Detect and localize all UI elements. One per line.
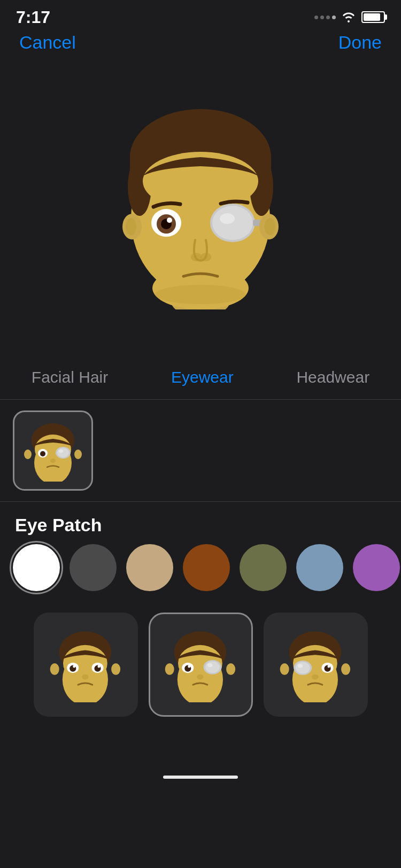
svg-point-45 [50, 663, 59, 675]
tab-eyewear[interactable]: Eyewear [166, 366, 239, 389]
svg-point-70 [341, 663, 350, 675]
tab-facial-hair[interactable]: Facial Hair [26, 366, 113, 389]
svg-point-12 [167, 218, 172, 223]
svg-point-19 [200, 253, 211, 261]
style-item-patch-left[interactable] [149, 613, 253, 717]
svg-point-33 [24, 449, 32, 459]
svg-point-43 [98, 665, 101, 668]
color-swatch-tan[interactable] [126, 544, 173, 591]
svg-point-17 [220, 213, 235, 224]
battery-icon [361, 11, 385, 23]
status-time: 7:17 [16, 7, 50, 27]
svg-point-3 [155, 285, 246, 304]
small-memoji-patch-left [163, 627, 238, 702]
style-row [0, 604, 401, 725]
svg-point-52 [188, 665, 190, 668]
status-bar: 7:17 [0, 0, 401, 27]
color-swatch-olive[interactable] [240, 544, 287, 591]
svg-point-40 [73, 665, 75, 668]
svg-point-54 [205, 661, 220, 673]
svg-point-46 [111, 663, 120, 675]
small-memoji-none [48, 627, 123, 702]
color-swatch-steel-blue[interactable] [296, 544, 343, 591]
wifi-icon [341, 11, 356, 23]
svg-point-30 [57, 448, 69, 458]
style-item-patch-right[interactable] [264, 613, 368, 717]
color-swatch-white[interactable] [13, 544, 60, 591]
svg-point-67 [328, 665, 330, 668]
style-item-none[interactable] [34, 613, 138, 717]
category-tabs: Facial Hair Eyewear Headwear [0, 358, 401, 400]
memoji-avatar [115, 106, 286, 309]
svg-point-34 [74, 449, 82, 459]
svg-point-28 [40, 451, 45, 456]
avatar-area [0, 58, 401, 358]
color-swatch-purple[interactable] [353, 544, 400, 591]
svg-point-63 [296, 662, 310, 673]
svg-point-18 [191, 253, 202, 261]
done-button[interactable]: Done [338, 32, 382, 53]
svg-point-68 [312, 674, 318, 679]
selection-item-patch[interactable] [13, 410, 93, 491]
svg-point-32 [50, 459, 56, 463]
small-memoji-patch-right [278, 627, 353, 702]
svg-point-69 [280, 663, 289, 675]
svg-point-21 [126, 218, 136, 235]
eyewear-selection-row [0, 400, 401, 502]
svg-point-31 [59, 449, 63, 453]
svg-point-55 [207, 663, 213, 666]
section-label: Eye Patch [0, 502, 401, 544]
color-swatch-brown[interactable] [183, 544, 230, 591]
color-swatch-dark-gray[interactable] [70, 544, 117, 591]
cancel-button[interactable]: Cancel [19, 32, 76, 53]
tab-headwear[interactable]: Headwear [291, 366, 375, 389]
nav-bar: Cancel Done [0, 27, 401, 58]
small-memoji-patch [22, 420, 84, 482]
svg-point-14 [212, 206, 253, 240]
svg-point-64 [298, 664, 303, 668]
svg-point-23 [265, 218, 275, 235]
signal-icon [314, 15, 336, 19]
svg-point-56 [197, 674, 203, 679]
status-icons [314, 11, 385, 23]
home-indicator [163, 776, 238, 779]
svg-point-58 [226, 663, 235, 675]
svg-point-44 [82, 674, 88, 679]
color-row [0, 544, 401, 604]
svg-point-57 [165, 663, 174, 675]
